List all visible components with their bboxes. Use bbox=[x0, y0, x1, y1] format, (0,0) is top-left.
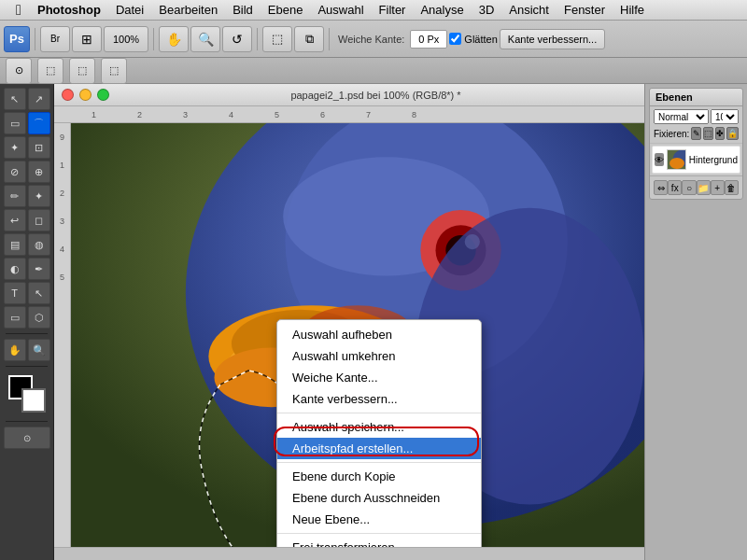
tool-path-select[interactable]: ↖ bbox=[28, 282, 50, 304]
menu-bearbeiten[interactable]: Bearbeiten bbox=[151, 0, 225, 21]
tool-select-lasso[interactable]: ⌒ bbox=[28, 112, 50, 134]
menubar:  Photoshop Datei Bearbeiten Bild Ebene … bbox=[0, 0, 747, 21]
lock-position-btn[interactable]: ✎ bbox=[691, 127, 700, 140]
rotate-tool[interactable]: ↺ bbox=[222, 26, 252, 52]
layer-visibility-toggle[interactable]: 👁 bbox=[655, 153, 664, 166]
add-selection[interactable]: ⬚ bbox=[37, 58, 63, 84]
ctx-kante-verbessern[interactable]: Kante verbessern... bbox=[277, 388, 481, 410]
menu-ansicht[interactable]: Ansicht bbox=[501, 0, 557, 21]
ctx-frei-transformieren[interactable]: Frei transformieren bbox=[277, 537, 481, 547]
menu-ebene[interactable]: Ebene bbox=[261, 0, 311, 21]
menu-3d[interactable]: 3D bbox=[472, 0, 502, 21]
glaetten-checkbox[interactable] bbox=[449, 33, 461, 45]
tool-spot-heal[interactable]: ⊕ bbox=[28, 161, 50, 183]
toolbar-sep-4 bbox=[329, 28, 330, 50]
layers-panel-title: Ebenen bbox=[650, 89, 742, 106]
tool-dodge[interactable]: ◐ bbox=[4, 258, 26, 280]
ctx-auswahl-umkehren[interactable]: Auswahl umkehren bbox=[277, 345, 481, 367]
svg-point-16 bbox=[669, 158, 684, 169]
new-group-btn[interactable]: 📁 bbox=[697, 180, 711, 195]
add-style-btn[interactable]: fx bbox=[668, 180, 682, 195]
arrange-button[interactable]: ⧉ bbox=[294, 26, 324, 52]
intersect-selection[interactable]: ⬚ bbox=[101, 58, 127, 84]
ruler-horizontal: 1 2 3 4 5 6 7 8 bbox=[54, 106, 644, 123]
ctx-arbeitspfad-erstellen[interactable]: Arbeitspfad erstellen... bbox=[277, 438, 481, 459]
ctx-sep-3 bbox=[277, 533, 481, 534]
menu-bild[interactable]: Bild bbox=[225, 0, 261, 21]
tool-blur[interactable]: ◍ bbox=[28, 233, 50, 256]
screen-mode[interactable]: ⬚ bbox=[262, 26, 292, 52]
lock-pixel-btn[interactable]: ⬚ bbox=[703, 127, 713, 140]
tool-shape[interactable]: ▭ bbox=[4, 306, 26, 329]
ctx-auswahl-aufheben[interactable]: Auswahl aufheben bbox=[277, 324, 481, 345]
tool-clone-stamp[interactable]: ✦ bbox=[28, 185, 50, 207]
lasso-option[interactable]: ⊙ bbox=[6, 58, 32, 84]
apple-icon:  bbox=[16, 2, 21, 18]
menu-auswahl[interactable]: Auswahl bbox=[310, 0, 371, 21]
tool-3d[interactable]: ⬡ bbox=[28, 306, 50, 329]
ctx-ebene-durch-ausschneiden[interactable]: Ebene durch Ausschneiden bbox=[277, 487, 481, 509]
tool-select-rect[interactable]: ▭ bbox=[4, 112, 26, 134]
hand-tool[interactable]: ✋ bbox=[159, 26, 189, 52]
toolbar-sep-3 bbox=[257, 28, 258, 50]
close-button[interactable] bbox=[62, 89, 74, 101]
minimize-button[interactable] bbox=[79, 89, 92, 101]
tool-pen[interactable]: ✒ bbox=[28, 258, 50, 280]
tool-gradient[interactable]: ▤ bbox=[4, 233, 26, 256]
layer-name: Hintergrund bbox=[689, 155, 738, 165]
toolbox-sep-1 bbox=[6, 333, 48, 334]
tool-move[interactable]: ↖ bbox=[4, 88, 26, 110]
blend-mode-select[interactable]: Normal bbox=[654, 109, 709, 124]
zoom-tool[interactable]: 🔍 bbox=[190, 26, 220, 52]
menu-analyse[interactable]: Analyse bbox=[413, 0, 471, 21]
main-area: ↖ ↗ ▭ ⌒ ✦ ⊡ ⊘ ⊕ ✏ ✦ ↩ ◻ ▤ ◍ ◐ ✒ bbox=[0, 84, 747, 560]
tool-crop[interactable]: ⊡ bbox=[28, 136, 50, 159]
menu-filter[interactable]: Filter bbox=[372, 0, 414, 21]
tool-zoom[interactable]: 🔍 bbox=[28, 339, 50, 361]
horizontal-scrollbar[interactable] bbox=[54, 547, 644, 560]
ctx-auswahl-speichern[interactable]: Auswahl speichern... bbox=[277, 416, 481, 438]
toolbar-sep-2 bbox=[153, 28, 154, 50]
toolbox-sep-2 bbox=[6, 366, 48, 367]
ruler-vertical: 9 1 2 3 4 5 bbox=[54, 123, 71, 547]
ctx-weiche-kante[interactable]: Weiche Kante... bbox=[277, 367, 481, 388]
tool-brush[interactable]: ✏ bbox=[4, 185, 26, 207]
tool-artboard[interactable]: ↗ bbox=[28, 88, 50, 110]
lock-move-btn[interactable]: ✤ bbox=[715, 127, 725, 140]
ctx-ebene-durch-kopie[interactable]: Ebene durch Kopie bbox=[277, 466, 481, 487]
layer-thumbnail bbox=[667, 149, 686, 170]
subtract-selection[interactable]: ⬚ bbox=[69, 58, 95, 84]
tool-eraser[interactable]: ◻ bbox=[28, 209, 50, 231]
weiche-kante-input[interactable] bbox=[410, 30, 447, 49]
tool-text[interactable]: T bbox=[4, 282, 26, 304]
menu-fenster[interactable]: Fenster bbox=[557, 0, 613, 21]
glaetten-checkbox-label: Glätten bbox=[449, 33, 497, 45]
lock-all-btn[interactable]: 🔒 bbox=[726, 127, 739, 140]
link-layers-btn[interactable]: ⇔ bbox=[654, 180, 668, 195]
br-button[interactable]: Br bbox=[40, 26, 70, 52]
opacity-select[interactable]: 100 bbox=[711, 109, 739, 124]
menu-datei[interactable]: Datei bbox=[108, 0, 151, 21]
layer-hintergrund[interactable]: 👁 Hintergrund bbox=[652, 146, 740, 174]
add-mask-btn[interactable]: ○ bbox=[682, 180, 696, 195]
quick-mask-btn[interactable]: ⊙ bbox=[4, 427, 50, 449]
apple-menu[interactable]:  bbox=[0, 2, 37, 19]
new-layer-btn[interactable]: + bbox=[711, 180, 725, 195]
background-color[interactable] bbox=[21, 388, 46, 413]
tool-eyedropper[interactable]: ⊘ bbox=[4, 161, 26, 183]
right-panel: Ebenen Normal 100 Fixieren: ✎ ⬚ ✤ 🔒 bbox=[644, 84, 747, 560]
delete-layer-btn[interactable]: 🗑 bbox=[725, 180, 739, 195]
tool-history-brush[interactable]: ↩ bbox=[4, 209, 26, 231]
ctx-neue-ebene[interactable]: Neue Ebene... bbox=[277, 509, 481, 530]
canvas-window: papagei2_1.psd bei 100% (RGB/8*) * 1 2 3… bbox=[54, 84, 644, 560]
ctx-sep-2 bbox=[277, 462, 481, 463]
layout-button[interactable]: ⊞ bbox=[72, 26, 102, 52]
tool-magic-wand[interactable]: ✦ bbox=[4, 136, 26, 159]
kante-verbessern-button[interactable]: Kante verbessern... bbox=[500, 29, 605, 49]
ctx-sep-1 bbox=[277, 413, 481, 413]
document-title: papagei2_1.psd bei 100% (RGB/8*) * bbox=[115, 90, 637, 101]
tool-hand[interactable]: ✋ bbox=[4, 339, 26, 361]
menu-hilfe[interactable]: Hilfe bbox=[613, 0, 652, 21]
toolbar-sep-1 bbox=[35, 28, 35, 50]
maximize-button[interactable] bbox=[97, 89, 109, 101]
